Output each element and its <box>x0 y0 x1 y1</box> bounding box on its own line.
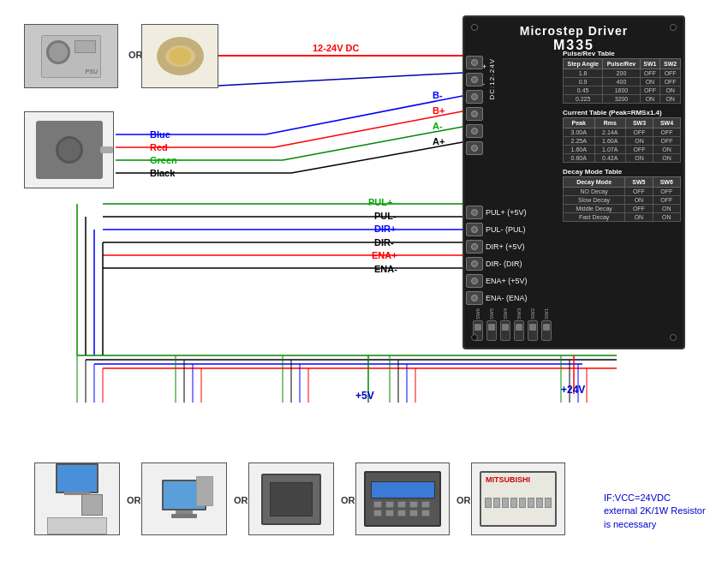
mount-hole-bl <box>471 334 478 341</box>
terminal-bm-label: B- <box>433 90 443 100</box>
or-label-4: OR <box>341 495 355 505</box>
dir-plus-label: DIR+ <box>374 224 396 234</box>
diagram-container: PSU OR 12-24V DC Blue Red Green Black B-… <box>0 0 728 561</box>
wire-green-label: Green <box>150 155 177 165</box>
device-3-box <box>248 463 334 535</box>
term-dirminus: DIR- (DIR) <box>486 255 528 272</box>
current-table-title: Current Table (Peak=RMSx1.4) <box>563 109 681 116</box>
note-text: IF:VCC=24VDC external 2K/1W Resistor is … <box>604 492 707 531</box>
voltage-label: 12-24V DC <box>313 43 359 53</box>
term-enaplus: ENA+ (+5V) <box>486 272 528 289</box>
motor-image <box>24 111 114 188</box>
or-label-2: OR <box>127 495 141 505</box>
device-1-box <box>34 463 120 535</box>
decay-table-title: Decay Mode Table <box>563 168 681 176</box>
wire-blue-label: Blue <box>150 129 170 140</box>
dc-range-label: DC:12-24V <box>488 58 496 100</box>
dir-minus-label: DIR- <box>374 237 394 248</box>
or-label-3: OR <box>234 495 248 505</box>
svg-line-1 <box>218 73 462 86</box>
wire-black-label: Black <box>150 168 175 178</box>
device-4-box <box>355 463 450 535</box>
terminal-ap-label: A+ <box>433 136 445 146</box>
mount-hole-br <box>670 334 677 341</box>
power-supply-image: PSU <box>24 24 118 88</box>
mount-hole-tl <box>471 24 478 31</box>
device-5-box: MITSUBISHI <box>471 463 565 535</box>
mount-hole-tr <box>670 24 677 31</box>
driver-title: Microstep Driver <box>464 17 683 38</box>
ena-minus-label: ENA- <box>374 264 397 274</box>
or-label-5: OR <box>456 495 471 505</box>
pul-minus-label: PUL- <box>374 211 397 221</box>
term-pulplus: PUL+ (+5V) <box>486 204 528 221</box>
terminal-am-label: A- <box>433 121 443 131</box>
term-dirplus: DIR+ (+5V) <box>486 238 528 255</box>
v5-label: +5V <box>355 390 374 402</box>
pul-plus-label: PUL+ <box>368 197 392 207</box>
svg-line-15 <box>291 142 462 173</box>
transformer-image <box>141 24 218 88</box>
pulse-table-title: Pulse/Rev Table <box>563 50 681 57</box>
current-table: PeakRmsSW3SW4 3.00A2.14AOFFOFF 2.25A1.60… <box>563 117 681 163</box>
driver-box: Microstep Driver M335 DC+ DC- B- B+ A- A… <box>462 15 685 349</box>
term-pulminus: PUL- (PUL) <box>486 221 528 238</box>
terminal-bp-label: B+ <box>433 105 445 116</box>
wire-red-label: Red <box>150 142 168 152</box>
pulse-table: Step AnglePulse/RevSW1SW2 1.8200OFFOFF 0… <box>563 58 681 104</box>
device-2-box <box>141 463 227 535</box>
v24-label: +24V <box>561 384 585 396</box>
decay-table: Decay ModeSW5SW6 NO DecayOFFOFF Slow Dec… <box>563 176 681 222</box>
ena-plus-label: ENA+ <box>372 250 397 260</box>
